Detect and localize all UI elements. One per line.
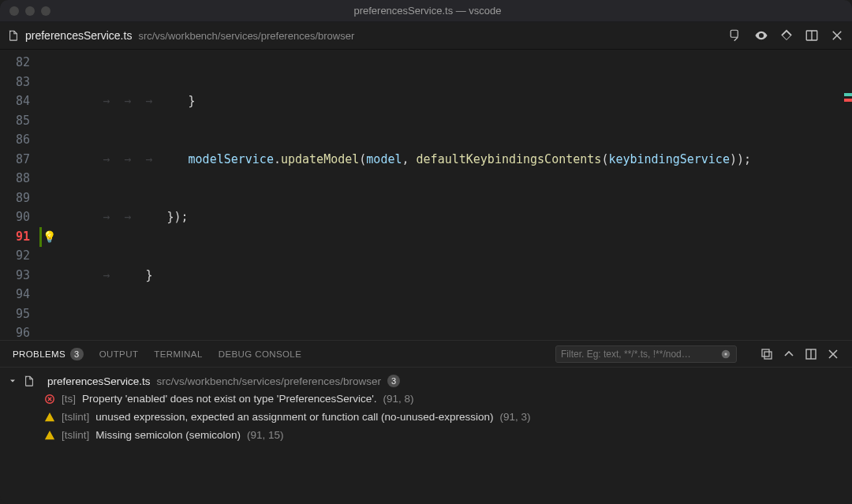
file-name: preferencesService.ts xyxy=(47,375,151,387)
tab-problems[interactable]: Problems 3 xyxy=(13,348,84,360)
ln: 90 xyxy=(0,207,38,227)
problem-message: unused expression, expected an assignmen… xyxy=(95,411,493,423)
editor-tabbar: preferencesService.ts src/vs/workbench/s… xyxy=(0,22,852,50)
close-icon[interactable] xyxy=(830,28,844,43)
code: defaultKeybindingsContents xyxy=(417,150,602,170)
collapse-all-icon[interactable] xyxy=(760,348,773,360)
ln: 93 xyxy=(0,266,38,286)
code: )); xyxy=(730,150,751,170)
ln: 85 xyxy=(0,111,38,131)
code: modelService xyxy=(189,150,274,170)
minimize-dot[interactable] xyxy=(25,6,35,16)
ln: 88 xyxy=(0,169,38,189)
problem-location: (91, 3) xyxy=(500,411,531,423)
line-number-gutter: 82 83 84 85 86 87 88 89 90 91 92 93 94 9… xyxy=(0,50,38,340)
problem-item[interactable]: [ts] Property 'enabled' does not exist o… xyxy=(0,390,852,408)
zoom-dot[interactable] xyxy=(41,6,50,16)
problem-source: [ts] xyxy=(62,393,76,405)
svg-rect-0 xyxy=(731,30,738,37)
editor[interactable]: 82 83 84 85 86 87 88 89 90 91 92 93 94 9… xyxy=(0,50,852,340)
ln: 82 xyxy=(0,53,38,73)
problems-panel: Problems 3 Output Terminal Debug Console… xyxy=(0,340,852,504)
tab-terminal[interactable]: Terminal xyxy=(154,349,202,359)
close-dot[interactable] xyxy=(9,6,19,16)
ln: 95 xyxy=(0,304,38,324)
problems-filter[interactable] xyxy=(555,345,737,363)
warning-icon xyxy=(44,412,55,423)
ln: 92 xyxy=(0,246,38,266)
go-to-symbol-icon[interactable] xyxy=(729,28,743,43)
code: } xyxy=(145,266,152,286)
file-icon xyxy=(8,30,19,41)
filter-input[interactable] xyxy=(561,349,716,360)
code: }); xyxy=(166,207,188,227)
ln: 87 xyxy=(0,150,38,170)
problem-location: (91, 15) xyxy=(247,429,284,441)
problem-message: Missing semicolon (semicolon) xyxy=(95,429,241,441)
ln: 83 xyxy=(0,73,38,92)
svg-rect-6 xyxy=(762,349,769,357)
split-editor-icon[interactable] xyxy=(805,28,819,43)
chevron-down-icon xyxy=(8,376,17,386)
ln: 86 xyxy=(0,130,38,150)
problem-item[interactable]: [tslint] Missing semicolon (semicolon) (… xyxy=(0,426,852,444)
minimap-error xyxy=(844,99,852,102)
code: model xyxy=(366,150,402,170)
window-titlebar: preferencesService.ts — vscode xyxy=(0,0,852,22)
git-added-decoration xyxy=(39,227,42,247)
problem-source: [tslint] xyxy=(62,411,89,423)
panel-tabs: Problems 3 Output Terminal Debug Console xyxy=(0,341,852,368)
source-control-icon[interactable] xyxy=(779,28,794,43)
filter-settings-icon[interactable] xyxy=(720,349,731,360)
ln: 84 xyxy=(0,91,38,111)
panel-close-icon[interactable] xyxy=(827,348,839,360)
ln: 96 xyxy=(0,323,38,340)
tab-filename[interactable]: preferencesService.ts xyxy=(25,29,132,42)
window-title: preferencesService.ts — vscode xyxy=(50,5,805,17)
code: updateModel xyxy=(281,150,359,170)
eye-icon[interactable] xyxy=(754,28,768,43)
tab-path: src/vs/workbench/services/preferences/br… xyxy=(138,30,354,42)
error-icon xyxy=(44,394,55,405)
tab-output[interactable]: Output xyxy=(99,349,139,359)
problem-item[interactable]: [tslint] unused expression, expected an … xyxy=(0,408,852,426)
panel-layout-icon[interactable] xyxy=(805,348,817,360)
minimap-mark xyxy=(844,93,852,96)
problems-count-badge: 3 xyxy=(70,348,84,360)
svg-point-5 xyxy=(724,353,727,356)
warning-icon xyxy=(44,430,55,441)
problem-message: Property 'enabled' does not exist on typ… xyxy=(82,393,377,405)
glyph-margin: 💡 xyxy=(38,50,60,340)
problems-tree[interactable]: preferencesService.ts src/vs/workbench/s… xyxy=(0,368,852,504)
problem-location: (91, 8) xyxy=(383,393,414,405)
ln-error: 91 xyxy=(0,227,38,247)
tab-label: Problems xyxy=(13,349,65,359)
problem-source: [tslint] xyxy=(62,429,89,441)
code: keybindingService xyxy=(608,150,730,170)
file-problem-count: 3 xyxy=(387,375,400,387)
problems-file-row[interactable]: preferencesService.ts src/vs/workbench/s… xyxy=(0,372,852,390)
ln: 94 xyxy=(0,285,38,304)
panel-up-icon[interactable] xyxy=(783,348,795,360)
ln: 89 xyxy=(0,189,38,208)
file-path: src/vs/workbench/services/preferences/br… xyxy=(157,375,381,387)
tab-debug-console[interactable]: Debug Console xyxy=(219,349,302,359)
lightbulb-icon[interactable]: 💡 xyxy=(43,227,56,247)
editor-content[interactable]: → → → } → → → modelService.updateModel(m… xyxy=(60,50,852,340)
window-controls xyxy=(0,6,50,16)
file-icon xyxy=(24,375,35,386)
svg-rect-7 xyxy=(764,352,772,359)
code: } xyxy=(189,91,196,111)
